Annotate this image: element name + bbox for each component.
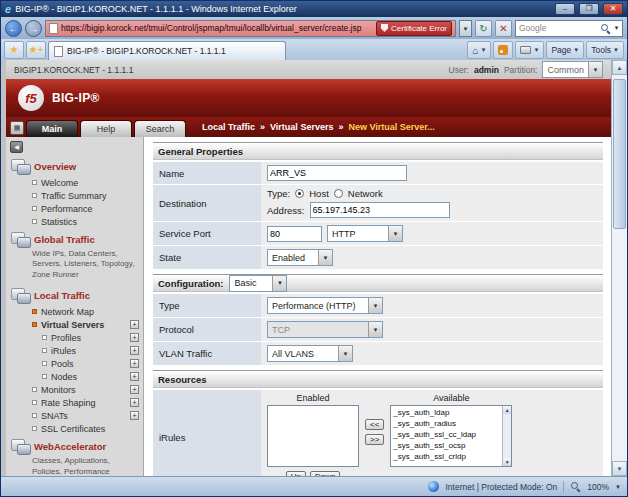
available-listbox[interactable]: _sys_auth_ldap _sys_auth_radius _sys_aut… [390, 405, 512, 467]
sidebar-item-snats[interactable]: SNATs+ [6, 409, 143, 422]
scroll-up-icon[interactable]: ▲ [503, 406, 511, 414]
search-provider-dropdown[interactable]: ▼ [611, 25, 622, 31]
expand-plus-icon[interactable]: + [130, 398, 139, 407]
maximize-button[interactable]: ❐ [579, 3, 599, 15]
browser-tab[interactable]: BIG-IP® - BIGIP1.KOROCK.NET - 1.1.1.1 [48, 41, 286, 60]
sidebar-item-traffic-summary[interactable]: Traffic Summary [6, 189, 143, 202]
type-select[interactable]: Performance (HTTP) ▼ [267, 297, 383, 314]
page-dropdown-icon: ▼ [573, 47, 579, 53]
sidebar-item-label: Statistics [41, 217, 139, 227]
section-webaccelerator: WebAccelerator [6, 435, 143, 456]
page-favicon-icon [49, 23, 58, 34]
search-icon[interactable] [600, 23, 611, 34]
section-global-traffic: Global Traffic [6, 228, 143, 249]
favorites-star-icon[interactable]: ★ [4, 41, 24, 59]
sidebar-item-profiles[interactable]: Profiles+ [6, 331, 143, 344]
section-title[interactable]: WebAccelerator [34, 441, 106, 452]
sidebar-item-label: Welcome [41, 178, 139, 188]
name-input[interactable] [267, 165, 407, 181]
search-box[interactable]: ▼ [515, 20, 623, 37]
print-button[interactable]: ▼ [515, 41, 544, 59]
sidebar-item-performance[interactable]: Performance [6, 202, 143, 215]
available-irule[interactable]: _sys_auth_ssl_crldp [393, 451, 500, 462]
refresh-button[interactable]: ↻ [475, 20, 492, 37]
available-irule[interactable]: _sys_auth_radius [393, 418, 500, 429]
vlan-traffic-select[interactable]: All VLANS ▼ [267, 345, 353, 362]
tab-main[interactable]: Main [26, 120, 78, 137]
service-port-protocol-select[interactable]: HTTP ▼ [327, 225, 403, 242]
add-favorite-icon[interactable]: ★+ [26, 41, 46, 59]
available-irule[interactable]: _sys_auth_ssl_cc_ldap [393, 429, 500, 440]
stop-button[interactable]: ✕ [495, 20, 512, 37]
scroll-down-icon[interactable]: ▼ [612, 461, 627, 476]
enabled-listbox[interactable] [267, 405, 359, 467]
feeds-button[interactable] [493, 41, 513, 59]
partition-select[interactable]: Common ▼ [542, 61, 603, 78]
url-input[interactable] [61, 23, 373, 33]
section-overview: Overview [6, 155, 143, 176]
zoom-dropdown-icon[interactable]: ▼ [615, 484, 621, 490]
expand-plus-icon[interactable]: + [130, 333, 139, 342]
page-scrollbar[interactable]: ▲ ▼ [611, 60, 627, 476]
webaccelerator-desc: Classes, Applications, Policies, Perform… [6, 456, 143, 476]
type-label: Type: [267, 188, 290, 199]
sidebar-item-irules[interactable]: iRules+ [6, 344, 143, 357]
sidebar-item-ssl-certificates[interactable]: SSL Certificates [6, 422, 143, 435]
sidebar-item-statistics[interactable]: Statistics [6, 215, 143, 228]
expand-plus-icon[interactable]: + [130, 372, 139, 381]
address-field[interactable]: Certificate Error [45, 20, 456, 37]
bullet-icon [42, 348, 47, 353]
host-radio[interactable] [295, 189, 304, 198]
sidebar-item-network-map[interactable]: Network Map [6, 305, 143, 318]
minimize-button[interactable]: – [555, 3, 575, 15]
sidebar-item-nodes[interactable]: Nodes+ [6, 370, 143, 383]
move-right-button[interactable]: >> [365, 434, 384, 445]
available-irule[interactable]: _sys_auth_ldap [393, 407, 500, 418]
section-title[interactable]: Overview [34, 161, 76, 172]
forward-button[interactable]: → [25, 20, 42, 37]
section-title[interactable]: Global Traffic [34, 234, 95, 245]
breadcrumb-virtual-servers[interactable]: Virtual Servers [270, 122, 333, 132]
back-button[interactable]: ← [5, 20, 22, 37]
sidebar-item-rate-shaping[interactable]: Rate Shaping+ [6, 396, 143, 409]
sidebar-item-monitors[interactable]: Monitors+ [6, 383, 143, 396]
sidebar-item-virtual-servers[interactable]: Virtual Servers+ [6, 318, 143, 331]
tools-menu-button[interactable]: Tools▼ [586, 41, 624, 59]
expand-plus-icon[interactable]: + [130, 411, 139, 420]
service-port-input[interactable] [267, 226, 322, 242]
sidebar-item-welcome[interactable]: Welcome [6, 176, 143, 189]
sidebar-collapse-button[interactable]: ◀ [10, 141, 23, 153]
scroll-up-icon[interactable]: ▲ [612, 60, 627, 75]
close-button[interactable]: ✕ [603, 3, 623, 15]
page-body: ◀ Overview Welcome Traffic Summary Perfo… [6, 137, 611, 476]
search-input[interactable] [516, 23, 600, 33]
scroll-down-icon[interactable]: ▼ [503, 458, 511, 466]
listbox-scrollbar[interactable]: ▲ ▼ [502, 406, 511, 466]
url-history-dropdown[interactable]: ▼ [459, 20, 472, 37]
tab-help[interactable]: Help [80, 120, 132, 137]
available-irule[interactable]: _sys_auth_ssl_ocsp [393, 440, 500, 451]
expand-plus-icon[interactable]: + [130, 346, 139, 355]
state-select[interactable]: Enabled ▼ [267, 249, 333, 266]
section-title[interactable]: Local Traffic [34, 290, 90, 301]
expand-plus-icon[interactable]: + [130, 320, 139, 329]
certificate-error-badge[interactable]: Certificate Error [376, 21, 452, 36]
expand-plus-icon[interactable]: + [130, 359, 139, 368]
page-menu-button[interactable]: Page▼ [546, 41, 584, 59]
bullet-icon [42, 374, 47, 379]
tab-search[interactable]: Search [134, 120, 186, 137]
nav-widget-icon[interactable]: ▦ [10, 121, 24, 135]
home-button[interactable]: ⌂▼ [467, 41, 491, 59]
type-row: Type Performance (HTTP) ▼ [153, 294, 603, 317]
configuration-mode-select[interactable]: Basic ▼ [229, 275, 287, 292]
sidebar-item-pools[interactable]: Pools+ [6, 357, 143, 370]
address-input[interactable] [310, 202, 450, 218]
select-dropdown-icon: ▼ [368, 298, 382, 313]
expand-plus-icon[interactable]: + [130, 385, 139, 394]
scrollbar-thumb[interactable] [613, 79, 626, 229]
breadcrumb-local-traffic[interactable]: Local Traffic [202, 122, 255, 132]
zoom-level[interactable]: 100% [587, 482, 609, 492]
network-radio[interactable] [334, 189, 343, 198]
scrollbar-track[interactable] [612, 75, 627, 461]
move-left-button[interactable]: << [365, 419, 384, 430]
